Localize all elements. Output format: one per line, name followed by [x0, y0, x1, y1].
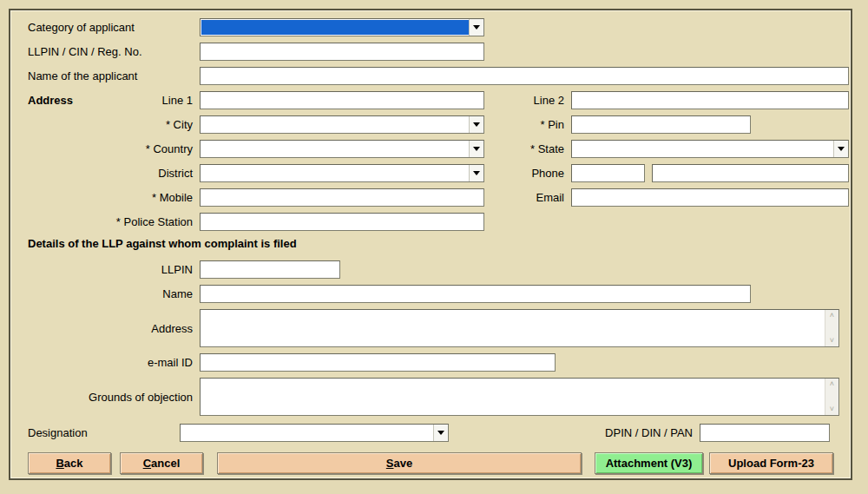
city-pin-row: * City * Pin [28, 115, 833, 134]
cancel-button[interactable]: Cancel [120, 452, 203, 474]
district-label: District [28, 167, 200, 180]
regno-input[interactable] [200, 43, 484, 61]
state-label: * State [484, 142, 571, 155]
category-select-value [201, 20, 469, 35]
country-select-value [201, 141, 469, 157]
line1-label: Line 1 [162, 94, 193, 107]
dropdown-arrow-icon [473, 171, 480, 175]
police-station-input[interactable] [200, 213, 484, 231]
textarea-scrollbar[interactable]: ˄ ˅ [825, 379, 838, 415]
save-button[interactable]: Save [217, 452, 582, 474]
dropdown-arrow-icon [437, 431, 444, 435]
complaint-form-panel: Category of applicant LLPIN / CIN / Reg.… [9, 9, 852, 480]
llp-name-row: Name [28, 285, 833, 303]
city-label: * City [28, 118, 200, 131]
address-line2-input[interactable] [571, 91, 849, 109]
grounds-textarea[interactable]: ˄ ˅ [200, 378, 839, 416]
designation-dpin-row: Designation DPIN / DIN / PAN [28, 424, 833, 442]
scroll-down-icon[interactable]: ˅ [830, 337, 834, 345]
back-button[interactable]: Back [28, 452, 111, 474]
mobile-email-row: * Mobile Email [28, 188, 833, 207]
phone-number-input[interactable] [652, 164, 849, 182]
country-state-row: * Country * State [28, 140, 833, 158]
llp-address-row: Address ˄ ˅ [28, 309, 833, 347]
chevron-down-icon[interactable] [469, 116, 483, 133]
country-label: * Country [28, 142, 200, 155]
dropdown-arrow-icon [473, 25, 480, 30]
mobile-input[interactable] [200, 188, 484, 207]
applicant-name-input[interactable] [200, 67, 849, 85]
upload-form23-button[interactable]: Upload Form-23 [709, 452, 833, 474]
scroll-down-icon[interactable]: ˅ [830, 405, 834, 413]
dropdown-arrow-icon [473, 122, 480, 127]
address-label: Address [28, 94, 73, 107]
mobile-label: * Mobile [28, 191, 200, 204]
llp-email-label: e-mail ID [28, 356, 200, 369]
llp-details-heading: Details of the LLP against whom complain… [28, 237, 833, 253]
chevron-down-icon[interactable] [433, 425, 448, 441]
regno-label: LLPIN / CIN / Reg. No. [28, 45, 200, 58]
chevron-down-icon[interactable] [469, 141, 483, 157]
line2-label: Line 2 [484, 94, 571, 107]
pin-input[interactable] [571, 115, 751, 134]
phone-label: Phone [484, 167, 571, 180]
designation-select[interactable] [180, 424, 449, 442]
llp-address-label: Address [28, 322, 200, 335]
llp-llpin-input[interactable] [200, 260, 340, 279]
llp-name-input[interactable] [200, 285, 751, 303]
designation-label: Designation [28, 426, 180, 439]
country-select[interactable] [200, 140, 484, 158]
city-select[interactable] [200, 115, 484, 134]
attachment-button[interactable]: Attachment (V3) [595, 452, 703, 474]
applicant-name-label: Name of the applicant [28, 69, 200, 82]
district-select-value [201, 165, 469, 181]
designation-select-value [181, 425, 433, 441]
chevron-down-icon[interactable] [833, 141, 848, 157]
llp-name-label: Name [28, 287, 200, 300]
regno-row: LLPIN / CIN / Reg. No. [28, 43, 833, 61]
state-select[interactable] [571, 140, 849, 158]
chevron-down-icon[interactable] [469, 165, 483, 181]
llp-llpin-label: LLPIN [28, 263, 200, 276]
city-select-value [201, 116, 469, 133]
district-select[interactable] [200, 164, 484, 182]
dropdown-arrow-icon [473, 147, 480, 151]
address-line-row: Address Line 1 Line 2 [28, 91, 833, 109]
applicant-name-row: Name of the applicant [28, 67, 833, 85]
scroll-up-icon[interactable]: ˄ [830, 312, 834, 319]
pin-label: * Pin [484, 118, 571, 131]
address-line1-input[interactable] [200, 91, 484, 109]
district-phone-row: District Phone [28, 164, 833, 182]
category-select[interactable] [200, 18, 484, 36]
button-bar: Back Cancel Save Attachment (V3) Upload … [28, 452, 833, 474]
textarea-scrollbar[interactable]: ˄ ˅ [825, 310, 838, 346]
state-select-value [572, 141, 833, 157]
phone-std-input[interactable] [571, 164, 645, 182]
dropdown-arrow-icon [838, 147, 845, 151]
llp-llpin-row: LLPIN [28, 260, 833, 279]
llp-email-row: e-mail ID [28, 353, 833, 372]
grounds-label: Grounds of objection [28, 391, 200, 404]
chevron-down-icon[interactable] [469, 19, 483, 36]
llp-email-input[interactable] [200, 353, 556, 372]
scroll-up-icon[interactable]: ˄ [830, 380, 834, 388]
grounds-text[interactable] [201, 379, 825, 415]
category-row: Category of applicant [28, 18, 833, 36]
grounds-row: Grounds of objection ˄ ˅ [28, 378, 833, 416]
llp-address-text[interactable] [201, 310, 825, 346]
email-input[interactable] [571, 188, 849, 207]
police-station-label: * Police Station [28, 215, 200, 228]
dpin-label: DPIN / DIN / PAN [605, 426, 700, 439]
llp-address-textarea[interactable]: ˄ ˅ [200, 309, 839, 347]
category-label: Category of applicant [28, 21, 200, 34]
email-label: Email [484, 191, 571, 204]
police-station-row: * Police Station [28, 213, 833, 231]
dpin-input[interactable] [700, 424, 830, 442]
